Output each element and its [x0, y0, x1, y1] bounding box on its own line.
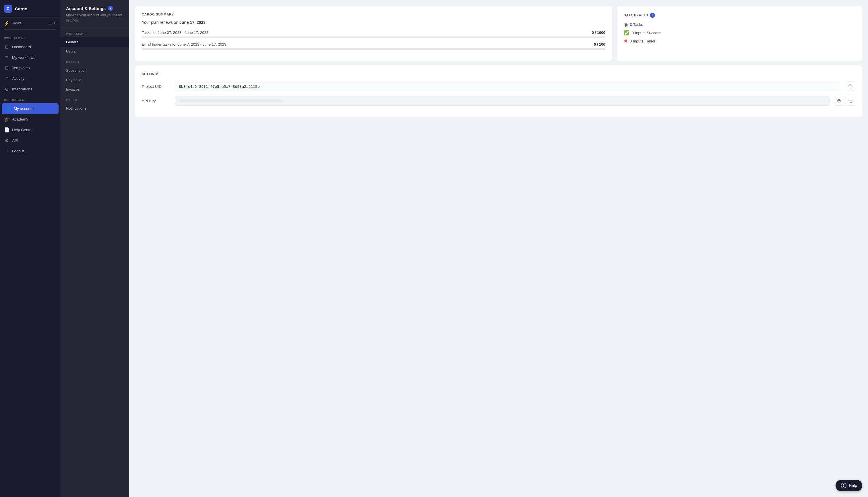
settings-title: SETTINGS — [142, 72, 855, 76]
main-content: CARGO SUMMARY Your plan renews on June 1… — [129, 0, 868, 497]
email-progress-bar — [142, 48, 605, 50]
sub-item-payment[interactable]: Payment — [60, 75, 129, 85]
inputs-failed-count: 0 Inputs Failed — [630, 39, 655, 43]
sidebar-item-label: Academy — [12, 117, 28, 122]
workflows-section-label: WORKFLOWS — [0, 33, 60, 42]
resources-section-label: RESOURCES — [0, 95, 60, 103]
top-cards-row: CARGO SUMMARY Your plan renews on June 1… — [135, 6, 862, 61]
my-workflows-icon: ≡ — [4, 55, 9, 60]
cargo-summary-title: CARGO SUMMARY — [142, 13, 605, 16]
billing-label: BILLING — [60, 56, 129, 66]
sub-item-invoices[interactable]: Invoices — [60, 85, 129, 94]
svg-rect-0 — [850, 86, 852, 88]
integrations-icon: ⊕ — [4, 86, 9, 92]
cargo-summary-card: CARGO SUMMARY Your plan renews on June 1… — [135, 6, 612, 61]
api-icon: ⚙ — [4, 138, 9, 143]
plan-renew-text: Your plan renews on June 17, 2023. — [142, 20, 605, 25]
api-key-label: API Key — [142, 99, 170, 103]
other-label: OTHER — [60, 94, 129, 103]
logo-icon: C — [4, 4, 12, 13]
api-key-input[interactable] — [175, 96, 829, 105]
tasks-row[interactable]: ⚡ Tasks 0 / 0 — [0, 17, 60, 29]
tasks-progress-bar — [4, 29, 56, 30]
renew-date: June 17, 2023 — [179, 20, 206, 25]
sidebar-item-academy[interactable]: 🎓 Academy — [0, 114, 60, 125]
sub-sidebar-title: Account & Settings i — [66, 6, 123, 11]
project-uid-row: Project UID — [142, 82, 855, 91]
workspace-label: WORKSPACE — [60, 28, 129, 37]
tasks-progress-bar — [142, 37, 605, 38]
sub-item-notifications[interactable]: Notifications — [60, 103, 129, 113]
logo-area: C Cargo — [0, 0, 60, 17]
sidebar-item-my-workflows[interactable]: ≡ My workflows — [0, 52, 60, 62]
health-inputs-success: ✅ 0 Inputs Success — [624, 30, 855, 36]
sub-item-general[interactable]: General — [60, 37, 129, 47]
sidebar-item-label: Help Center — [12, 128, 33, 132]
sidebar-item-label: My workflows — [12, 55, 35, 60]
email-usage-label: Email finder tasks for June 7, 2023 - Ju… — [142, 42, 226, 46]
toggle-api-key-visibility-button[interactable] — [834, 96, 844, 105]
svg-point-1 — [838, 100, 840, 101]
help-button[interactable]: ? Help — [836, 480, 862, 491]
tasks-count: 0 / 0 — [50, 21, 56, 25]
sub-item-users[interactable]: Users — [60, 47, 129, 56]
sidebar-item-dashboard[interactable]: ⊞ Dashboard — [0, 42, 60, 52]
sidebar-item-label: Logout — [12, 149, 24, 153]
api-key-row: API Key — [142, 96, 855, 105]
tasks-health-count: 0 Tasks — [630, 23, 643, 27]
sidebar: C Cargo ⚡ Tasks 0 / 0 WORKFLOWS ⊞ Dashbo… — [0, 0, 60, 497]
app-name: Cargo — [15, 6, 27, 11]
sidebar-item-integrations[interactable]: ⊕ Integrations — [0, 84, 60, 95]
help-question-icon: ? — [841, 483, 846, 488]
academy-icon: 🎓 — [4, 116, 9, 122]
sub-sidebar-desc: Manage your account and your team settin… — [66, 13, 123, 23]
sidebar-item-api[interactable]: ⚙ API — [0, 135, 60, 146]
api-key-actions — [834, 96, 855, 105]
health-tasks: ◉ 0 Tasks — [624, 22, 855, 27]
sub-sidebar-header: Account & Settings i Manage your account… — [60, 6, 129, 28]
health-inputs-failed: ✖ 0 Inputs Failed — [624, 39, 855, 44]
my-account-icon: 👤 — [6, 106, 11, 111]
sidebar-item-label: Integrations — [12, 87, 32, 91]
email-usage-row: Email finder tasks for June 7, 2023 - Ju… — [142, 42, 605, 50]
tasks-health-icon: ◉ — [624, 22, 628, 27]
logout-icon: → — [4, 148, 9, 154]
data-health-card: DATA HEALTH i ◉ 0 Tasks ✅ 0 Inputs Succe… — [617, 6, 862, 61]
tasks-icon: ⚡ — [4, 20, 10, 26]
sidebar-item-label: Templates — [12, 66, 30, 70]
sidebar-item-templates[interactable]: ⊡ Templates — [0, 62, 60, 73]
copy-api-key-button[interactable] — [845, 96, 855, 105]
help-label: Help — [849, 483, 857, 488]
activity-icon: ↗ — [4, 76, 9, 81]
settings-card: SETTINGS Project UID API Key — [135, 66, 862, 117]
dashboard-icon: ⊞ — [4, 44, 9, 49]
sidebar-item-label: Activity — [12, 76, 24, 81]
help-center-icon: 📄 — [4, 127, 9, 132]
email-usage-count: 0 / 100 — [594, 42, 605, 46]
failed-health-icon: ✖ — [624, 39, 628, 44]
sidebar-item-my-account[interactable]: 👤 My account — [2, 103, 58, 114]
sub-item-subscription[interactable]: Subscription — [60, 66, 129, 75]
inputs-success-count: 0 Inputs Success — [632, 31, 661, 35]
sidebar-item-label: Dashboard — [12, 45, 31, 49]
sidebar-item-logout[interactable]: → Logout — [0, 146, 60, 156]
project-uid-actions — [845, 82, 855, 91]
sidebar-item-label: API — [12, 138, 18, 143]
sidebar-item-help-center[interactable]: 📄 Help Center — [0, 125, 60, 135]
sidebar-item-label: My account — [14, 106, 33, 111]
tasks-label: Tasks — [12, 21, 22, 25]
tasks-usage-count: 0 / 1000 — [592, 30, 605, 35]
project-uid-label: Project UID — [142, 84, 170, 89]
project-uid-input[interactable] — [175, 82, 841, 91]
info-icon: i — [108, 6, 113, 11]
sub-sidebar: Account & Settings i Manage your account… — [60, 0, 129, 497]
templates-icon: ⊡ — [4, 65, 9, 71]
data-health-title: DATA HEALTH i — [624, 13, 855, 18]
data-health-info-icon: i — [650, 13, 655, 18]
tasks-usage-row: Tasks for June 07, 2023 - June 17, 2023 … — [142, 30, 605, 38]
success-health-icon: ✅ — [624, 30, 629, 36]
tasks-usage-label: Tasks for June 07, 2023 - June 17, 2023 — [142, 30, 208, 35]
svg-rect-2 — [850, 100, 852, 102]
sidebar-item-activity[interactable]: ↗ Activity — [0, 73, 60, 84]
copy-project-uid-button[interactable] — [845, 82, 855, 91]
